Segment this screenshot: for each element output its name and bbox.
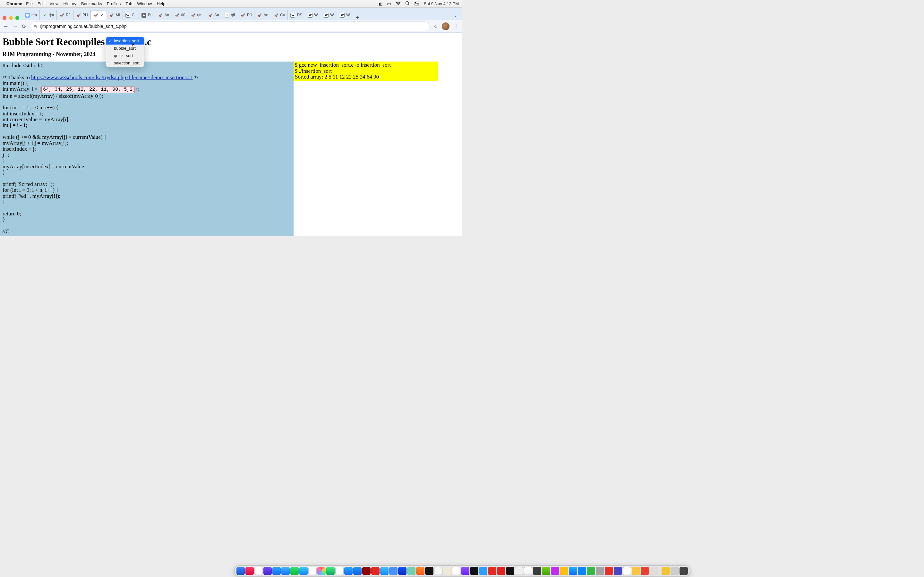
browser-tab[interactable]: 🚀rjm (188, 10, 205, 20)
code-line: /* Thanks to (3, 74, 31, 81)
back-button[interactable]: ← (3, 23, 9, 29)
svg-point-0 (406, 2, 409, 5)
battery-icon[interactable]: ▭ (387, 1, 391, 6)
spotlight-icon[interactable] (405, 1, 410, 6)
code-line: insertIndex = j; (3, 146, 36, 152)
dropdown-option-quick[interactable]: quick_sort (106, 52, 144, 59)
browser-tab[interactable]: 🚀An (155, 10, 172, 20)
browser-tab[interactable]: ✔rjm (40, 10, 57, 20)
array-input[interactable]: 64, 34, 25, 12, 22, 11, 90, 5,2 (41, 87, 135, 93)
favicon-icon: ☻ (142, 13, 146, 18)
browser-tab-active[interactable]: 🚀✕ (91, 10, 107, 20)
dropdown-option-insertion[interactable]: insertion_sort (106, 37, 144, 45)
tab-label: W (346, 13, 350, 17)
browser-tab[interactable]: Ggif (222, 10, 238, 20)
sort-type-dropdown[interactable]: insertion_sort bubble_sort quick_sort se… (106, 37, 144, 67)
tab-label: W (330, 13, 334, 17)
browser-tab[interactable]: WW (337, 10, 353, 20)
wifi-icon[interactable] (396, 1, 401, 6)
menu-view[interactable]: View (49, 1, 58, 6)
browser-tab[interactable]: 🚀An (205, 10, 222, 20)
browser-tab[interactable]: 🚀PH (73, 10, 91, 20)
tab-label: 00 (181, 13, 185, 17)
menu-history[interactable]: History (63, 1, 76, 6)
tabs-overflow-button[interactable]: ⌄ (451, 11, 460, 20)
code-line: return 0; (3, 211, 21, 217)
bookmark-star-icon[interactable]: ☆ (433, 23, 438, 29)
code-line: printf("%d ", myArray[i]); (3, 193, 61, 199)
dropdown-option-bubble[interactable]: bubble_sort (106, 45, 144, 52)
code-line: myArray[j + 1] = myArray[j]; (3, 140, 68, 146)
code-link[interactable]: https://www.w3schools.com/dsa/trydsa.php… (31, 74, 193, 81)
output-line: $ ./insertion_sort (295, 68, 332, 74)
favicon-icon: 🚀 (110, 13, 114, 18)
browser-tab[interactable]: ☻Bu (139, 10, 156, 20)
code-line: } (3, 169, 5, 175)
tab-label: rjm (31, 13, 37, 17)
code-line: j--; (3, 152, 9, 158)
do-not-disturb-icon[interactable]: ◐ (379, 1, 383, 6)
chrome-tabstrip: rjm ✔rjm 🚀RJ 🚀PH 🚀✕ 🚀Mi WC ☻Bu 🚀An 🚀00 🚀… (0, 8, 462, 20)
browser-tab[interactable]: 🚀Mi (107, 10, 123, 20)
code-line: int j = i - 1; (3, 122, 27, 128)
menu-tab[interactable]: Tab (126, 1, 132, 6)
window-minimize-icon[interactable] (9, 16, 13, 20)
browser-tab[interactable]: 🚀An (254, 10, 271, 20)
browser-tab[interactable]: 🚀Cu (271, 10, 288, 20)
new-tab-button[interactable]: + (353, 15, 362, 20)
chrome-toolbar: ← → ⟳ ≡⁞ rjmprogramming.com.au/bubble_so… (0, 20, 462, 33)
browser-tab[interactable]: 🚀RJ (238, 10, 255, 20)
code-line: */ (193, 74, 198, 81)
tab-label: Cu (280, 13, 285, 17)
tab-label: Bu (148, 13, 153, 17)
address-bar[interactable]: ≡⁞ rjmprogramming.com.au/bubble_sort_c.p… (30, 21, 430, 31)
code-line: int insertIndex = i; (3, 111, 43, 117)
browser-tab[interactable]: WC (123, 10, 139, 20)
tab-close-icon[interactable]: ✕ (100, 13, 103, 18)
window-traffic-lights[interactable] (3, 16, 19, 20)
browser-tab[interactable]: 🚀RJ (57, 10, 73, 20)
code-line: printf("Sorted array: "); (3, 181, 54, 187)
macos-menubar: Chrome File Edit View History Bookmarks … (0, 0, 462, 8)
favicon-icon (25, 13, 30, 18)
site-info-icon[interactable]: ≡⁞ (34, 24, 37, 29)
favicon-icon: 🚀 (94, 13, 99, 18)
svg-line-1 (408, 4, 409, 5)
app-name[interactable]: Chrome (6, 1, 22, 6)
menu-file[interactable]: File (26, 1, 33, 6)
page-title-suffix: .c (144, 36, 152, 47)
code-line: myArray[insertIndex] = currentValue; (3, 163, 86, 169)
tab-label: RJ (66, 13, 71, 17)
browser-tab[interactable]: rjm (23, 10, 40, 20)
code-line: //C (3, 228, 9, 234)
favicon-icon: 🚀 (174, 13, 179, 18)
profile-avatar[interactable] (442, 23, 449, 30)
browser-tab[interactable]: 🚀00 (172, 10, 188, 20)
menu-edit[interactable]: Edit (37, 1, 45, 6)
page-title: Bubble Sort Recompiles (0, 33, 107, 48)
window-zoom-icon[interactable] (15, 16, 19, 20)
menu-profiles[interactable]: Profiles (107, 1, 121, 6)
code-line: } (3, 216, 5, 222)
code-line: } (3, 199, 5, 205)
menu-bookmarks[interactable]: Bookmarks (81, 1, 102, 6)
forward-button[interactable]: → (13, 23, 18, 29)
source-code-panel: #include <stdio.h> /* Thanks to https://… (0, 61, 294, 236)
page-content: Bubble Sort Recompiles .c insertion_sort… (0, 33, 462, 236)
tab-label: DS (297, 13, 302, 17)
page-subtitle: RJM Programming - November, 2024 (3, 51, 462, 58)
reload-button[interactable]: ⟳ (22, 23, 26, 30)
browser-tab[interactable]: WDS (288, 10, 305, 20)
menubar-clock[interactable]: Sat 9 Nov 4:12 PM (424, 1, 459, 6)
browser-tab[interactable]: WW (305, 10, 321, 20)
menu-window[interactable]: Window (137, 1, 152, 6)
dropdown-option-selection[interactable]: selection_sort (106, 59, 144, 67)
code-line: while (j >= 0 && myArray[j] > currentVal… (3, 134, 107, 140)
browser-tab[interactable]: WW (321, 10, 337, 20)
tab-label: RJ (247, 13, 252, 17)
favicon-icon: 🚀 (241, 13, 246, 18)
menu-help[interactable]: Help (157, 1, 166, 6)
window-close-icon[interactable] (3, 16, 6, 20)
chrome-menu-icon[interactable]: ⋮ (453, 23, 459, 30)
control-center-icon[interactable] (414, 1, 419, 6)
